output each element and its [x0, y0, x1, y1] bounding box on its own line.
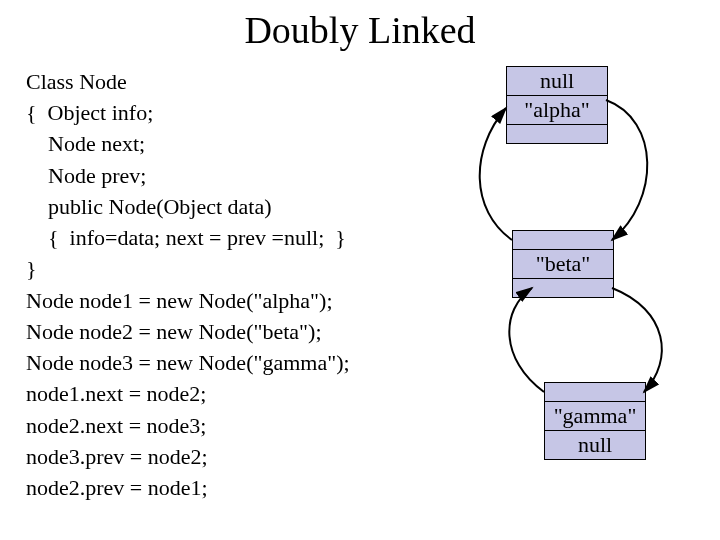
arrow-node2-next-to-node3 — [612, 288, 662, 392]
node-alpha-prev: null — [507, 67, 607, 96]
code-line: Node prev; — [26, 163, 146, 188]
node-alpha: null "alpha" — [506, 66, 608, 144]
code-line: node1.next = node2; — [26, 381, 206, 406]
code-line: { info=data; next = prev =null; } — [26, 225, 346, 250]
code-line: { Object info; — [26, 100, 153, 125]
node-beta-prev — [513, 231, 613, 250]
page-title: Doubly Linked — [0, 8, 720, 52]
node-gamma-prev — [545, 383, 645, 402]
code-line: node2.next = node3; — [26, 413, 206, 438]
node-alpha-info: "alpha" — [507, 96, 607, 125]
code-line: public Node(Object data) — [26, 194, 272, 219]
code-line: node2.prev = node1; — [26, 475, 208, 500]
node-gamma-next: null — [545, 431, 645, 459]
code-line: node3.prev = node2; — [26, 444, 208, 469]
node-beta: "beta" — [512, 230, 614, 298]
code-line: Node next; — [26, 131, 145, 156]
code-line: Node node1 = new Node("alpha"); — [26, 288, 333, 313]
code-line: Node node3 = new Node("gamma"); — [26, 350, 350, 375]
code-line: Class Node — [26, 69, 127, 94]
arrow-node3-prev-to-node2 — [509, 288, 544, 392]
node-beta-info: "beta" — [513, 250, 613, 279]
node-gamma-info: "gamma" — [545, 402, 645, 431]
code-block: Class Node { Object info; Node next; Nod… — [26, 66, 350, 503]
arrow-node1-next-to-node2 — [606, 100, 647, 240]
code-line: } — [26, 256, 37, 281]
node-gamma: "gamma" null — [544, 382, 646, 460]
node-alpha-next — [507, 125, 607, 143]
node-beta-next — [513, 279, 613, 297]
code-line: Node node2 = new Node("beta"); — [26, 319, 322, 344]
